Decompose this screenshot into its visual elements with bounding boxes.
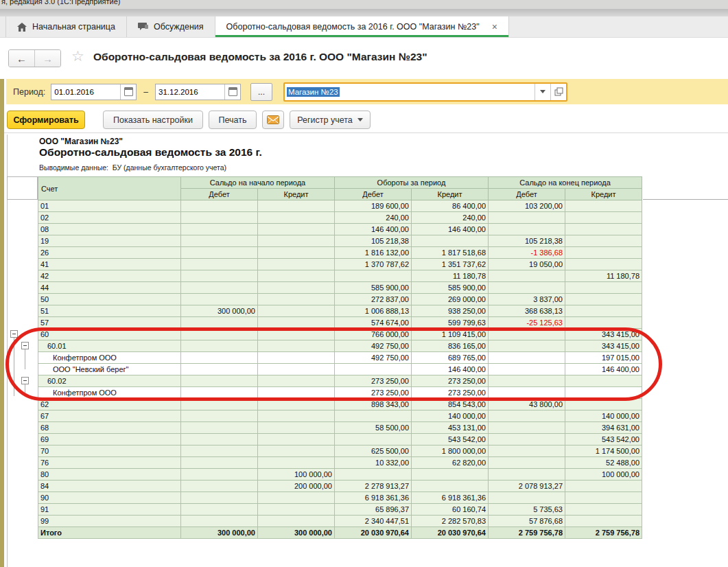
account-cell[interactable]: 91 — [38, 504, 181, 516]
value-cell[interactable] — [181, 317, 258, 329]
value-cell[interactable] — [489, 445, 565, 457]
value-cell[interactable]: 394 631,00 — [565, 422, 642, 434]
print-button[interactable]: Печать — [209, 111, 257, 129]
value-cell[interactable] — [565, 481, 642, 492]
value-cell[interactable] — [258, 492, 335, 504]
value-cell[interactable]: 105 218,38 — [489, 235, 565, 247]
value-cell[interactable]: 240,00 — [412, 212, 489, 224]
value-cell[interactable]: 2 340 447,51 — [335, 516, 412, 527]
value-cell[interactable]: 453 131,00 — [412, 422, 489, 434]
value-cell[interactable]: 2 282 570,83 — [412, 516, 489, 527]
value-cell[interactable] — [258, 305, 335, 317]
value-cell[interactable]: 300 000,00 — [181, 527, 258, 539]
account-cell[interactable]: 70 — [38, 445, 181, 457]
value-cell[interactable] — [258, 422, 335, 434]
account-cell[interactable]: 01 — [38, 200, 181, 212]
value-cell[interactable] — [489, 469, 565, 481]
value-cell[interactable] — [489, 457, 565, 469]
value-cell[interactable] — [565, 294, 642, 305]
date-from-input[interactable] — [51, 84, 120, 100]
value-cell[interactable]: 543 542,00 — [565, 434, 642, 445]
account-cell[interactable]: 50 — [38, 294, 181, 305]
value-cell[interactable] — [258, 294, 335, 305]
value-cell[interactable]: 100 000,00 — [258, 469, 335, 481]
value-cell[interactable]: 1 370 787,62 — [335, 259, 412, 270]
account-cell[interactable]: 84 — [38, 481, 181, 492]
value-cell[interactable]: 272 837,00 — [335, 294, 412, 305]
value-cell[interactable]: 1 174 500,00 — [565, 445, 642, 457]
value-cell[interactable] — [489, 492, 565, 504]
value-cell[interactable]: 2 759 756,78 — [489, 527, 565, 539]
account-cell[interactable]: 67 — [38, 410, 181, 422]
value-cell[interactable] — [335, 469, 412, 481]
value-cell[interactable] — [181, 259, 258, 270]
value-cell[interactable]: 1 351 737,62 — [412, 259, 489, 270]
value-cell[interactable] — [565, 516, 642, 527]
favorite-star-icon[interactable]: ☆ — [71, 48, 84, 65]
register-menu-button[interactable]: Регистр учета — [290, 111, 371, 129]
value-cell[interactable] — [565, 247, 642, 259]
value-cell[interactable] — [181, 422, 258, 434]
organization-input[interactable]: Магазин №23 — [285, 84, 535, 100]
value-cell[interactable]: 1 816 132,00 — [335, 247, 412, 259]
value-cell[interactable] — [565, 235, 642, 247]
value-cell[interactable]: 19 050,00 — [489, 259, 565, 270]
value-cell[interactable]: 300 000,00 — [258, 527, 335, 539]
value-cell[interactable] — [258, 317, 335, 329]
value-cell[interactable]: 574 674,00 — [335, 317, 412, 329]
tab-discussions[interactable]: Обсуждения — [127, 16, 215, 37]
account-cell[interactable]: 08 — [38, 224, 181, 235]
value-cell[interactable] — [489, 422, 565, 434]
value-cell[interactable] — [258, 270, 335, 282]
value-cell[interactable]: 140 000,00 — [565, 410, 642, 422]
value-cell[interactable]: 368 638,13 — [489, 305, 565, 317]
value-cell[interactable]: 20 030 970,64 — [335, 527, 412, 539]
value-cell[interactable]: 599 799,63 — [412, 317, 489, 329]
account-cell[interactable]: 57 — [38, 317, 181, 329]
account-cell[interactable]: 51 — [38, 305, 181, 317]
value-cell[interactable] — [258, 516, 335, 527]
value-cell[interactable] — [489, 212, 565, 224]
value-cell[interactable] — [489, 270, 565, 282]
value-cell[interactable]: 625 500,00 — [335, 445, 412, 457]
value-cell[interactable] — [181, 469, 258, 481]
value-cell[interactable] — [181, 200, 258, 212]
value-cell[interactable]: 103 200,00 — [489, 200, 565, 212]
value-cell[interactable] — [565, 305, 642, 317]
date-from-calendar-button[interactable] — [120, 84, 136, 100]
value-cell[interactable]: 200 000,00 — [258, 481, 335, 492]
value-cell[interactable] — [258, 457, 335, 469]
value-cell[interactable]: 11 180,78 — [412, 270, 489, 282]
value-cell[interactable]: 2 278 913,27 — [335, 481, 412, 492]
value-cell[interactable] — [412, 469, 489, 481]
value-cell[interactable] — [258, 282, 335, 294]
value-cell[interactable]: 2 759 756,78 — [565, 527, 642, 539]
value-cell[interactable] — [565, 212, 642, 224]
forward-button[interactable]: → — [35, 50, 60, 67]
value-cell[interactable] — [181, 410, 258, 422]
organization-open-button[interactable] — [550, 84, 566, 100]
tab-report[interactable]: Оборотно-сальдовая ведомость за 2016 г. … — [215, 16, 509, 37]
value-cell[interactable]: 3 837,00 — [489, 294, 565, 305]
value-cell[interactable]: 100 000,00 — [565, 469, 642, 481]
value-cell[interactable]: 1 817 518,68 — [412, 247, 489, 259]
value-cell[interactable] — [258, 247, 335, 259]
value-cell[interactable] — [489, 224, 565, 235]
date-to-calendar-button[interactable] — [224, 84, 240, 100]
value-cell[interactable] — [258, 504, 335, 516]
account-cell[interactable]: 99 — [38, 516, 181, 527]
value-cell[interactable] — [489, 410, 565, 422]
value-cell[interactable] — [181, 282, 258, 294]
account-cell[interactable]: Итого — [38, 527, 181, 539]
account-cell[interactable]: 80 — [38, 469, 181, 481]
close-icon[interactable]: × — [492, 21, 497, 32]
account-cell[interactable]: 26 — [38, 247, 181, 259]
value-cell[interactable] — [335, 434, 412, 445]
value-cell[interactable]: 189 600,00 — [335, 200, 412, 212]
value-cell[interactable] — [181, 294, 258, 305]
value-cell[interactable] — [258, 200, 335, 212]
value-cell[interactable] — [565, 492, 642, 504]
value-cell[interactable] — [565, 224, 642, 235]
value-cell[interactable]: 543 542,00 — [412, 434, 489, 445]
send-email-button[interactable] — [262, 111, 284, 129]
